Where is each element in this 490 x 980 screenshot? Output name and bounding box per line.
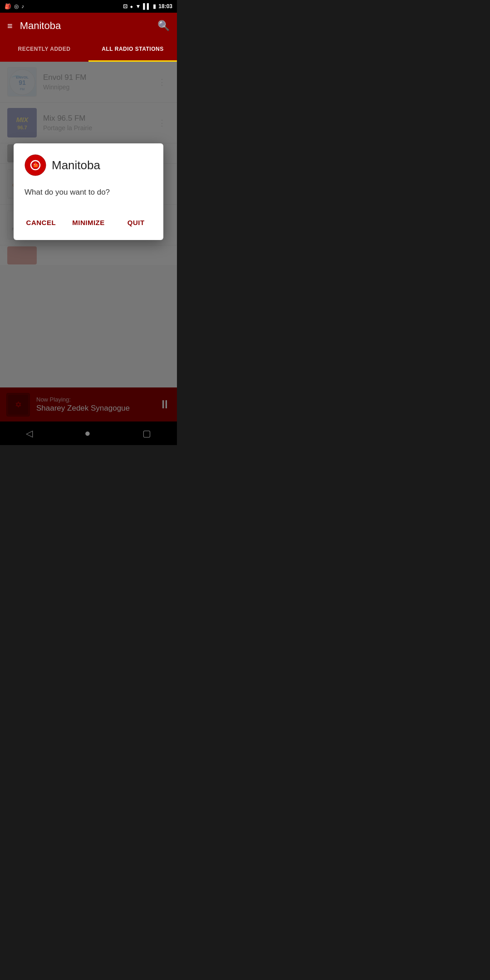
status-left-icons: 🎒 ◎ ♪ <box>5 3 24 10</box>
tab-bar: RECENTLY ADDED ALL RADIO STATIONS <box>0 39 177 62</box>
music-icon: ♪ <box>21 3 24 10</box>
svg-text:🍁: 🍁 <box>32 162 40 169</box>
content-area: ENVOL 91 FM Envol 91 FM Winnipeg ⋮ MIX 9… <box>0 62 177 445</box>
camera-icon: ◎ <box>14 3 19 10</box>
status-bar: 🎒 ◎ ♪ ⊡ ⬥ ▼ ▌▌ ▮ 18:03 <box>0 0 177 13</box>
data-icon: ⬥ <box>130 3 133 10</box>
backpack-icon: 🎒 <box>5 3 11 10</box>
app-logo-svg: 🍁 <box>24 154 46 176</box>
status-right-icons: ⊡ ⬥ ▼ ▌▌ ▮ 18:03 <box>123 3 172 10</box>
hamburger-menu-icon[interactable]: ≡ <box>7 21 13 30</box>
dialog-title: Manitoba <box>52 158 100 172</box>
dialog-message: What do you want to do? <box>14 183 163 212</box>
wifi-icon: ▼ <box>135 3 141 10</box>
search-icon[interactable]: 🔍 <box>157 20 170 32</box>
battery-icon: ▮ <box>153 3 156 10</box>
cancel-button[interactable]: CANCEL <box>17 212 65 233</box>
time: 18:03 <box>158 3 172 10</box>
cast-icon: ⊡ <box>123 3 127 10</box>
dialog-overlay: 🍁 Manitoba What do you want to do? CANCE… <box>0 62 177 445</box>
dialog: 🍁 Manitoba What do you want to do? CANCE… <box>14 143 163 240</box>
signal-icon: ▌▌ <box>143 3 151 10</box>
dialog-logo: 🍁 <box>24 154 46 176</box>
dialog-header: 🍁 Manitoba <box>14 143 163 183</box>
app-bar: ≡ Manitoba 🔍 <box>0 13 177 39</box>
app-bar-left: ≡ Manitoba <box>7 20 61 32</box>
app-title: Manitoba <box>20 20 61 32</box>
minimize-button[interactable]: MINIMIZE <box>65 212 113 233</box>
quit-button[interactable]: QUIT <box>112 212 160 233</box>
tab-all-radio-stations[interactable]: ALL RADIO STATIONS <box>88 39 177 62</box>
dialog-buttons: CANCEL MINIMIZE QUIT <box>14 212 163 240</box>
tab-recently-added[interactable]: RECENTLY ADDED <box>0 39 88 62</box>
